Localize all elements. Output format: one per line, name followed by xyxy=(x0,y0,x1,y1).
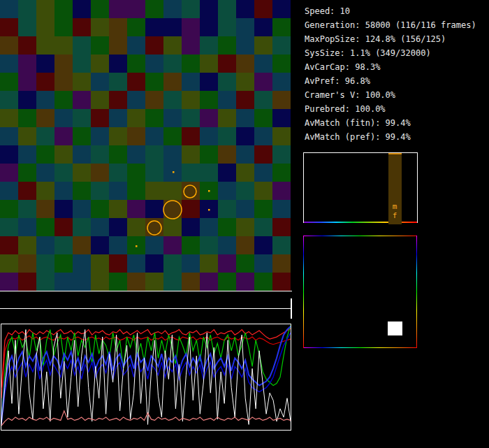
world-cell xyxy=(54,109,73,127)
world-cell xyxy=(127,55,145,73)
world-cell xyxy=(109,109,127,127)
trait-border-bottom xyxy=(303,347,417,348)
world-cell xyxy=(163,236,182,254)
world-cell xyxy=(145,218,163,236)
world-cell xyxy=(272,145,291,164)
world-cell xyxy=(145,18,163,36)
world-cell xyxy=(0,0,18,18)
world-cell xyxy=(163,164,182,182)
world-cell xyxy=(182,145,200,164)
world-cell xyxy=(18,73,36,91)
world-cell xyxy=(200,273,218,291)
world-cell xyxy=(0,218,18,236)
stat-syssize: SysSize: 1.1% (349/32000) xyxy=(305,46,476,60)
world-cell xyxy=(18,0,36,18)
world-cell xyxy=(200,164,218,182)
world-cell xyxy=(18,254,36,273)
world-cell xyxy=(236,18,254,36)
world-cell xyxy=(182,182,200,200)
world-cell xyxy=(200,91,218,109)
world-cell xyxy=(272,273,291,291)
world-cell xyxy=(36,254,54,273)
world-cell xyxy=(163,254,182,273)
world-cell xyxy=(109,218,127,236)
world-cell xyxy=(272,236,291,254)
world-cell xyxy=(200,145,218,164)
world-cell xyxy=(0,273,18,291)
world-cell xyxy=(163,218,182,236)
world-cell xyxy=(145,36,163,55)
stat-speed: Speed: 10 xyxy=(305,4,476,18)
world-cell xyxy=(182,109,200,127)
world-cell xyxy=(218,164,236,182)
world-cell xyxy=(91,18,109,36)
world-cell xyxy=(127,182,145,200)
world-cell xyxy=(254,18,272,36)
world-cell xyxy=(254,273,272,291)
world-cell xyxy=(36,236,54,254)
world-cell xyxy=(127,236,145,254)
world-cell xyxy=(254,73,272,91)
world-cell xyxy=(200,0,218,18)
world-cell xyxy=(73,91,91,109)
world-cell xyxy=(91,0,109,18)
world-cell xyxy=(109,182,127,200)
world-cell xyxy=(163,91,182,109)
world-cell xyxy=(18,109,36,127)
world-cell xyxy=(145,73,163,91)
world-cell xyxy=(236,109,254,127)
world-cell xyxy=(200,18,218,36)
world-cell xyxy=(18,36,36,55)
world-cell xyxy=(109,73,127,91)
world-cell xyxy=(36,200,54,218)
trait-border-left xyxy=(303,236,304,348)
world-cell xyxy=(127,273,145,291)
world-cell xyxy=(200,236,218,254)
world-cell xyxy=(91,236,109,254)
world-cell xyxy=(109,91,127,109)
world-cell xyxy=(182,18,200,36)
world-cell xyxy=(73,254,91,273)
world-cell xyxy=(145,273,163,291)
world-cell xyxy=(182,254,200,273)
world-cell xyxy=(127,36,145,55)
world-cell xyxy=(73,127,91,145)
world-cell xyxy=(127,73,145,91)
world-cell xyxy=(163,18,182,36)
world-cell xyxy=(254,182,272,200)
population-bar: m f xyxy=(388,153,402,224)
world-cell xyxy=(91,127,109,145)
world-cell xyxy=(0,91,18,109)
stat-avcarcap: AvCarCap: 98.3% xyxy=(305,60,476,74)
world-cell xyxy=(127,127,145,145)
world-cell xyxy=(163,182,182,200)
world-cell xyxy=(36,0,54,18)
world-cell xyxy=(91,36,109,55)
world-cell xyxy=(109,254,127,273)
world-cell xyxy=(218,36,236,55)
world-cell xyxy=(0,145,18,164)
world-cell xyxy=(182,91,200,109)
world-cell xyxy=(54,127,73,145)
world-cell xyxy=(73,0,91,18)
world-cell xyxy=(0,55,18,73)
frame-progress-track xyxy=(0,308,292,309)
world-cell xyxy=(163,127,182,145)
stats-panel: Speed: 10 Generation: 58000 (116/116 fra… xyxy=(305,4,476,144)
world-cell xyxy=(73,164,91,182)
world-cell xyxy=(236,182,254,200)
world-cell xyxy=(36,145,54,164)
world-cell xyxy=(254,236,272,254)
world-cell xyxy=(36,91,54,109)
world-cell xyxy=(145,145,163,164)
stat-avpref: AvPref: 96.8% xyxy=(305,74,476,88)
world-cell xyxy=(218,200,236,218)
world-cell xyxy=(145,236,163,254)
world-cell xyxy=(54,145,73,164)
world-cell xyxy=(145,127,163,145)
world-cell xyxy=(36,218,54,236)
world-cell xyxy=(18,55,36,73)
world-cell xyxy=(200,127,218,145)
world-cell xyxy=(182,127,200,145)
world-cell xyxy=(145,200,163,218)
